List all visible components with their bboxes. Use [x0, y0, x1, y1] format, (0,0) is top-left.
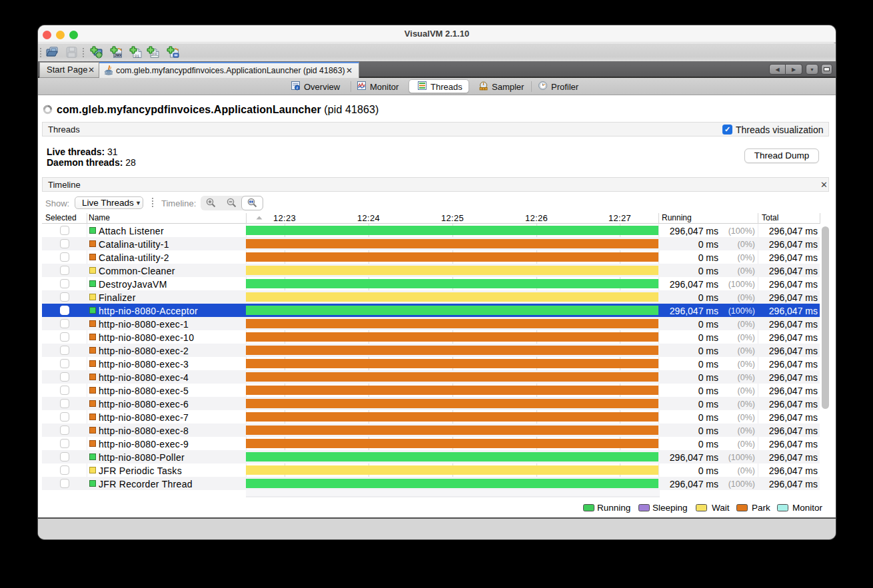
svg-text:01: 01	[135, 54, 140, 59]
svg-text:JMX: JMX	[115, 53, 122, 57]
